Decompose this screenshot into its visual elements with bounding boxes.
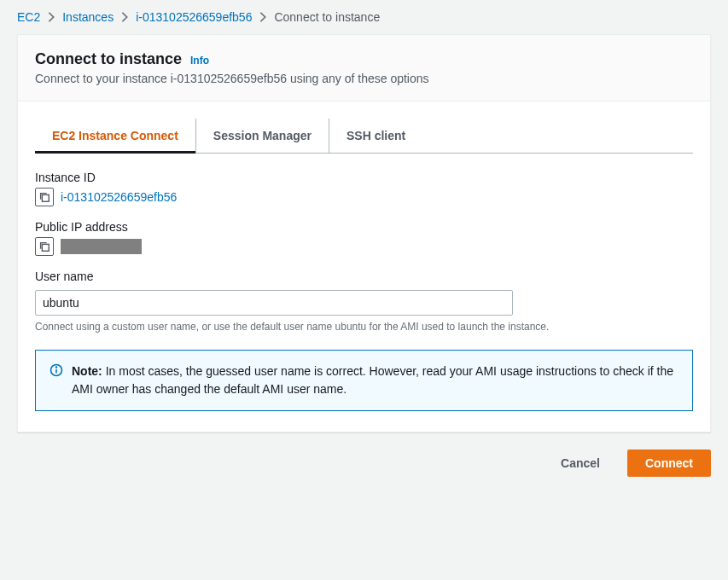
field-public-ip: Public IP address [35, 220, 693, 256]
public-ip-label: Public IP address [35, 220, 693, 234]
note-text: Note: In most cases, the guessed user na… [72, 362, 678, 398]
tab-session-manager[interactable]: Session Manager [196, 119, 329, 153]
cancel-button[interactable]: Cancel [544, 450, 617, 477]
info-link[interactable]: Info [190, 55, 209, 67]
panel-body: EC2 Instance Connect Session Manager SSH… [18, 102, 710, 432]
field-instance-id: Instance ID i-013102526659efb56 [35, 171, 693, 206]
note-box: Note: In most cases, the guessed user na… [35, 350, 693, 411]
public-ip-value [61, 239, 142, 254]
username-label: User name [35, 270, 693, 283]
panel-header: Connect to instance Info Connect to your… [18, 35, 710, 102]
breadcrumb-current: Connect to instance [274, 10, 380, 24]
copy-instance-id-button[interactable] [35, 188, 54, 206]
page-title: Connect to instance [35, 50, 182, 68]
copy-icon [38, 241, 50, 252]
svg-rect-1 [42, 244, 49, 251]
connect-panel: Connect to instance Info Connect to your… [17, 34, 711, 432]
breadcrumb-instances[interactable]: Instances [62, 10, 114, 24]
chevron-right-icon [119, 11, 131, 23]
tab-ssh-client[interactable]: SSH client [329, 119, 422, 153]
breadcrumb: EC2 Instances i-013102526659efb56 Connec… [0, 0, 728, 34]
note-body: In most cases, the guessed user name is … [72, 364, 673, 396]
info-icon [50, 363, 63, 398]
field-username: User name Connect using a custom user na… [35, 270, 693, 333]
copy-icon [38, 191, 50, 203]
username-helper: Connect using a custom user name, or use… [35, 321, 693, 333]
footer-actions: Cancel Connect [0, 432, 728, 477]
instance-id-label: Instance ID [35, 171, 693, 184]
connect-button[interactable]: Connect [627, 450, 711, 477]
note-bold: Note: [72, 364, 102, 378]
copy-public-ip-button[interactable] [35, 237, 54, 256]
chevron-right-icon [257, 11, 269, 23]
breadcrumb-instance-id[interactable]: i-013102526659efb56 [136, 10, 252, 24]
page-subtitle: Connect to your instance i-013102526659e… [35, 72, 693, 85]
username-input[interactable] [35, 290, 513, 316]
breadcrumb-ec2[interactable]: EC2 [17, 10, 40, 24]
svg-rect-0 [42, 194, 49, 201]
tab-ec2-instance-connect[interactable]: EC2 Instance Connect [35, 119, 196, 153]
chevron-right-icon [45, 11, 57, 23]
instance-id-value[interactable]: i-013102526659efb56 [61, 190, 177, 204]
svg-point-4 [56, 367, 57, 368]
tabs: EC2 Instance Connect Session Manager SSH… [35, 119, 693, 154]
